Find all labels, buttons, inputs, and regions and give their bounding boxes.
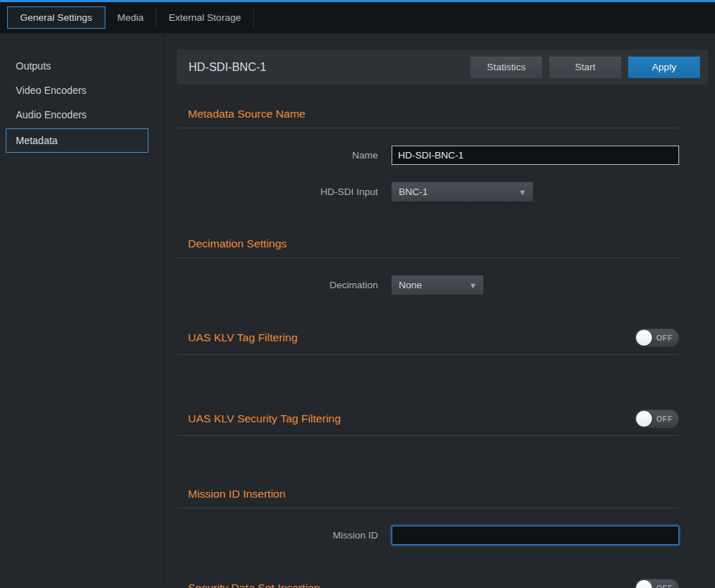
top-tab-bar: General Settings Media External Storage bbox=[0, 0, 715, 33]
mission-id-row: Mission ID bbox=[177, 526, 679, 545]
toggle-state-label: OFF bbox=[656, 414, 673, 423]
section-head: Decimation Settings bbox=[177, 237, 679, 258]
chevron-down-icon: ▼ bbox=[469, 281, 477, 290]
section-security-data-set-insertion: Security Data Set Insertion OFF bbox=[177, 579, 708, 588]
section-title-mission-id-insertion: Mission ID Insertion bbox=[188, 488, 285, 501]
section-uas-klv-security-tag-filtering: UAS KLV Security Tag Filtering OFF bbox=[177, 409, 708, 436]
toggle-state-label: OFF bbox=[656, 333, 673, 342]
section-title-metadata-source-name: Metadata Source Name bbox=[188, 108, 306, 120]
section-head: UAS KLV Security Tag Filtering OFF bbox=[177, 409, 679, 436]
sidebar-item-metadata[interactable]: Metadata bbox=[6, 128, 148, 153]
tab-media[interactable]: Media bbox=[105, 7, 157, 29]
section-title-decimation-settings: Decimation Settings bbox=[188, 237, 287, 250]
page-body: Outputs Video Encoders Audio Encoders Me… bbox=[0, 33, 715, 586]
tab-external-storage[interactable]: External Storage bbox=[156, 7, 254, 29]
section-head: Mission ID Insertion bbox=[177, 488, 679, 508]
section-head: Metadata Source Name bbox=[177, 108, 679, 128]
content-header: HD-SDI-BNC-1 Statistics Start Apply bbox=[177, 49, 708, 85]
decimation-row: Decimation None ▼ bbox=[177, 275, 679, 295]
apply-button[interactable]: Apply bbox=[628, 57, 700, 78]
hdsdi-input-row: HD-SDI Input BNC-1 ▼ bbox=[177, 182, 679, 201]
toggle-knob bbox=[636, 411, 652, 427]
section-decimation-settings: Decimation Settings Decimation None ▼ bbox=[177, 237, 708, 295]
security-data-set-insertion-toggle[interactable]: OFF bbox=[635, 579, 679, 588]
chevron-down-icon: ▼ bbox=[519, 188, 526, 196]
section-title-uas-klv-tag-filtering: UAS KLV Tag Filtering bbox=[188, 331, 298, 344]
hdsdi-input-dropdown[interactable]: BNC-1 ▼ bbox=[392, 182, 533, 201]
toggle-knob bbox=[636, 580, 652, 588]
section-title-security-data-set-insertion: Security Data Set Insertion bbox=[188, 582, 320, 588]
section-metadata-source-name: Metadata Source Name Name HD-SDI Input B… bbox=[177, 108, 708, 201]
decimation-dropdown[interactable]: None ▼ bbox=[392, 275, 483, 295]
start-button[interactable]: Start bbox=[549, 57, 621, 78]
section-mission-id-insertion: Mission ID Insertion Mission ID bbox=[177, 488, 708, 545]
page-title: HD-SDI-BNC-1 bbox=[189, 61, 463, 74]
decimation-label: Decimation bbox=[177, 280, 392, 290]
name-input[interactable] bbox=[392, 146, 679, 165]
section-title-uas-klv-security-tag-filtering: UAS KLV Security Tag Filtering bbox=[188, 412, 341, 425]
hdsdi-input-label: HD-SDI Input bbox=[177, 186, 392, 197]
hdsdi-input-selected-value: BNC-1 bbox=[399, 186, 428, 197]
name-label: Name bbox=[177, 150, 392, 161]
sidebar: Outputs Video Encoders Audio Encoders Me… bbox=[0, 33, 165, 586]
toggle-state-label: OFF bbox=[656, 584, 673, 588]
toggle-knob bbox=[636, 330, 652, 346]
section-uas-klv-tag-filtering: UAS KLV Tag Filtering OFF bbox=[177, 328, 708, 355]
tab-general-settings[interactable]: General Settings bbox=[7, 6, 105, 29]
sidebar-item-video-encoders[interactable]: Video Encoders bbox=[0, 78, 164, 103]
uas-klv-tag-filtering-toggle[interactable]: OFF bbox=[635, 328, 679, 347]
main-content: HD-SDI-BNC-1 Statistics Start Apply Meta… bbox=[165, 33, 715, 586]
section-head: UAS KLV Tag Filtering OFF bbox=[177, 328, 679, 355]
uas-klv-security-tag-filtering-toggle[interactable]: OFF bbox=[635, 409, 679, 428]
decimation-selected-value: None bbox=[399, 280, 422, 290]
mission-id-label: Mission ID bbox=[177, 530, 392, 541]
name-row: Name bbox=[177, 146, 679, 165]
section-head: Security Data Set Insertion OFF bbox=[177, 579, 679, 588]
statistics-button[interactable]: Statistics bbox=[470, 57, 542, 78]
sidebar-item-outputs[interactable]: Outputs bbox=[0, 54, 164, 78]
sidebar-item-audio-encoders[interactable]: Audio Encoders bbox=[0, 103, 164, 127]
mission-id-input[interactable] bbox=[392, 526, 679, 545]
